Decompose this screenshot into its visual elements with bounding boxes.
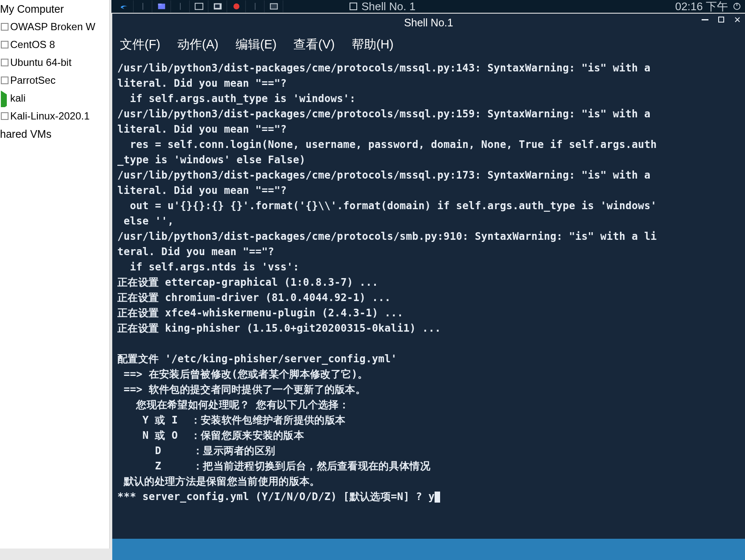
- terminal-window: Shell No.1 × 文件(F) 动作(A) 编辑(E) 查看(V) 帮助(…: [112, 14, 745, 539]
- record-icon[interactable]: [227, 0, 246, 12]
- vm-off-icon: [1, 41, 9, 48]
- window-titlebar[interactable]: Shell No.1 ×: [112, 14, 745, 31]
- svg-rect-2: [158, 4, 161, 6]
- svg-rect-8: [270, 4, 277, 9]
- vm-off-icon: [1, 23, 9, 31]
- vm-item-label: ParrotSec: [10, 74, 56, 86]
- panel-separator-icon: [134, 0, 152, 12]
- vm-item-label: Kali-Linux-2020.1: [10, 110, 90, 122]
- panel-tasklist: Shell No. 1: [283, 0, 675, 13]
- svg-rect-3: [180, 3, 181, 10]
- window-icon: [350, 3, 357, 10]
- cursor-icon: [435, 492, 440, 503]
- desktop-bottom-strip: [112, 539, 745, 560]
- vm-sidebar: My Computer OWASP Broken W CentOS 8 Ubun…: [0, 0, 110, 549]
- sidebar-header-label: My Computer: [0, 3, 64, 15]
- menu-help[interactable]: 帮助(H): [352, 37, 393, 52]
- vm-list-item[interactable]: CentOS 8: [0, 36, 109, 54]
- vm-item-label: OWASP Broken W: [10, 21, 95, 33]
- svg-rect-4: [195, 3, 202, 10]
- desktop-panel: Shell No. 1 02:16 下午: [111, 0, 745, 13]
- vm-off-icon: [1, 112, 9, 120]
- panel-separator-icon: [171, 0, 190, 12]
- power-icon[interactable]: [732, 2, 742, 11]
- vm-off-icon: [1, 59, 9, 66]
- taskbar-app-icon[interactable]: [264, 0, 283, 12]
- menu-edit[interactable]: 编辑(E): [236, 37, 277, 52]
- svg-rect-0: [142, 3, 143, 10]
- panel-separator-icon: [246, 0, 264, 12]
- sidebar-header[interactable]: My Computer: [0, 0, 109, 18]
- vm-list-item[interactable]: OWASP Broken W: [0, 18, 109, 36]
- svg-rect-7: [255, 3, 256, 10]
- minimize-button[interactable]: [701, 15, 709, 24]
- vm-item-label: CentOS 8: [10, 39, 55, 51]
- vm-list-item[interactable]: ParrotSec: [0, 71, 109, 89]
- tasklist-item-label: Shell No. 1: [361, 0, 415, 13]
- vm-list-item[interactable]: Kali-Linux-2020.1: [0, 107, 109, 125]
- vm-list-item-selected[interactable]: kali: [0, 89, 109, 107]
- menu-file[interactable]: 文件(F): [120, 37, 160, 52]
- files-icon[interactable]: [152, 0, 171, 12]
- kali-menu-icon[interactable]: [115, 0, 134, 12]
- vm-item-label: kali: [10, 92, 26, 104]
- svg-rect-6: [215, 4, 219, 8]
- close-button[interactable]: ×: [733, 15, 742, 24]
- terminal-output[interactable]: /usr/lib/python3/dist-packages/cme/proto…: [112, 60, 745, 539]
- vm-off-icon: [1, 77, 9, 84]
- sidebar-footer[interactable]: hared VMs: [0, 125, 109, 143]
- tasklist-item[interactable]: Shell No. 1: [350, 0, 415, 13]
- maximize-button[interactable]: [717, 15, 725, 24]
- menu-bar: 文件(F) 动作(A) 编辑(E) 查看(V) 帮助(H): [112, 31, 745, 60]
- vm-item-label: Ubuntu 64-bit: [10, 57, 71, 68]
- svg-rect-10: [736, 3, 737, 6]
- panel-systray: 02:16 下午: [675, 0, 742, 14]
- vm-running-icon: [1, 94, 9, 102]
- menu-view[interactable]: 查看(V): [293, 37, 335, 52]
- sidebar-footer-label: hared VMs: [0, 128, 51, 140]
- clock-label[interactable]: 02:16 下午: [675, 0, 728, 14]
- window-title: Shell No.1: [404, 15, 453, 30]
- workspace-1-icon[interactable]: [190, 0, 208, 12]
- menu-action[interactable]: 动作(A): [177, 37, 219, 52]
- workspace-2-icon[interactable]: [208, 0, 227, 12]
- panel-launcher-area: [115, 0, 283, 12]
- vm-list-item[interactable]: Ubuntu 64-bit: [0, 54, 109, 71]
- window-controls: ×: [701, 15, 742, 24]
